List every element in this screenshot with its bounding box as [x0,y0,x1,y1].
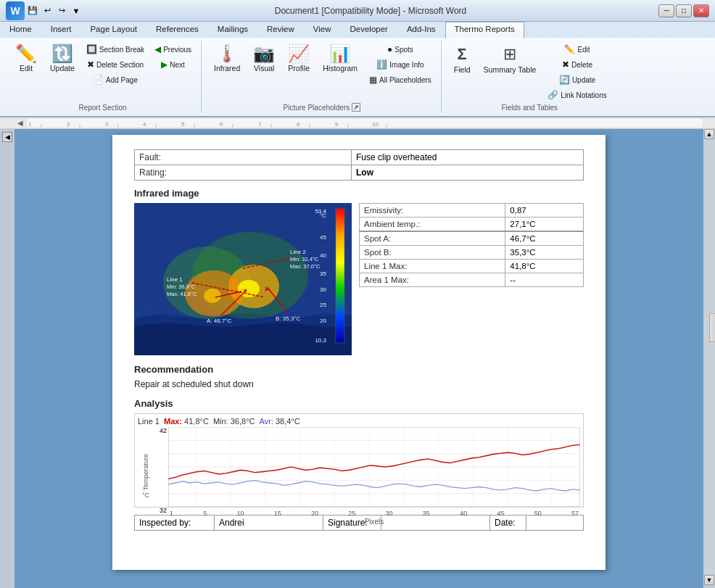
update-button[interactable]: 🔃 Update [45,42,80,75]
summary-table-button[interactable]: ⊞ Summary Table [479,42,542,77]
infrared-button[interactable]: 🌡️ Infrared [209,42,245,75]
y-tick-32: 32 [160,507,167,514]
qat-dropdown[interactable]: ▼ [70,4,83,17]
max-legend: Max: 41,8°C [164,417,209,426]
recommendation-title: Recommendation [134,364,584,375]
svg-text:Min: 32,4°C: Min: 32,4°C [290,256,319,262]
edit-button[interactable]: ✏️ Edit [10,42,42,75]
field-button[interactable]: Σ Field [449,42,476,77]
undo-qat[interactable]: ↩ [41,4,54,17]
section-break-icon: 🔲 [86,44,97,54]
picture-label: Picture Placeholders [284,102,350,112]
redo-qat[interactable]: ↪ [55,4,68,17]
svg-point-28 [204,289,221,303]
tab-developer[interactable]: Developer [340,22,397,38]
fields-col: ✏️ Edit ✖ Delete 🔄 Update 🔗 Link Notatio… [544,42,610,102]
chart-plot-area: 1 5 10 15 20 25 30 35 40 45 50 57 [168,427,580,526]
window-controls: ─ □ ✕ [658,4,709,17]
svg-text:40: 40 [320,252,326,259]
svg-text:4: 4 [143,121,146,128]
line1max-value: 41,8°C [505,260,584,273]
thermal-data-table: Emissivity: 0,87 Ambient temp.: 27,1°C S… [359,203,584,287]
right-scrollbar[interactable]: ▲ ▼ [703,129,715,588]
svg-text:30: 30 [320,286,326,293]
next-icon: ▶ [161,59,168,70]
x-tick-1: 1 [170,510,173,517]
picture-dialog-launcher[interactable]: ↗ [352,103,360,112]
svg-text:20: 20 [320,318,326,324]
report-section-col: 🔲 Section Break ✖ Delete Section 📄 Add P… [83,42,148,87]
add-page-button[interactable]: 📄 Add Page [83,73,148,87]
emissivity-label: Emissivity: [360,204,505,218]
spots-button[interactable]: ● Spots [365,42,435,57]
fields-update-button[interactable]: 🔄 Update [544,73,610,87]
image-info-button[interactable]: ℹ️ Image Info [365,57,435,72]
delete-section-button[interactable]: ✖ Delete Section [83,57,148,72]
y-axis-label: Temperature [142,454,149,491]
fields-edit-button[interactable]: ✏️ Edit [544,42,610,57]
scroll-thumb[interactable] [709,313,715,342]
spotA-label: Spot A: [360,231,505,246]
tab-add-ins[interactable]: Add-Ins [397,22,445,38]
ribbon-group-fields: Σ Field ⊞ Summary Table ✏️ Edit ✖ Delete [443,41,616,113]
link-notations-button[interactable]: 🔗 Link Notations [544,88,610,102]
maximize-button[interactable]: □ [676,4,692,17]
report-section-label: Report Section [78,102,126,112]
fault-label: Fault: [135,150,352,165]
emissivity-value: 0,87 [505,204,584,218]
all-placeholders-icon: ▦ [369,75,377,85]
x-axis-label: Pixels [168,518,580,526]
page: Fault: Fuse clip overheated Rating: Low … [112,135,606,570]
document-area[interactable]: Fault: Fuse clip overheated Rating: Low … [15,129,703,588]
fields-delete-button[interactable]: ✖ Delete [544,57,610,72]
next-button[interactable]: ▶ Next [151,57,195,72]
tab-review[interactable]: Review [257,22,304,38]
ribbon-group-picture: 🌡️ Infrared 📷 Visual 📈 Profile 📊 Histogr… [203,41,442,113]
tab-view[interactable]: View [304,22,341,38]
close-button[interactable]: ✕ [693,4,709,17]
section-break-button[interactable]: 🔲 Section Break [83,42,148,57]
x-tick-15: 15 [274,510,281,517]
svg-text:B: 35,3°C: B: 35,3°C [276,315,301,322]
emissivity-row: Emissivity: 0,87 [360,204,584,218]
window-title: Document1 [Compatibility Mode] - Microso… [83,6,658,16]
svg-text:3: 3 [105,121,109,128]
save-qat[interactable]: 💾 [26,4,39,17]
ambient-value: 27,1°C [505,218,584,232]
visual-button[interactable]: 📷 Visual [248,42,280,75]
link-notations-icon: 🔗 [547,90,558,100]
svg-text:Max: 41,8°C: Max: 41,8°C [167,291,197,297]
scroll-up-button[interactable]: ▲ [704,129,714,139]
profile-button[interactable]: 📈 Profile [283,42,315,75]
svg-rect-0 [27,118,703,128]
previous-button[interactable]: ◀ Previous [151,42,195,57]
tab-thermo-reports[interactable]: Thermo Reports [445,22,524,38]
rating-label: Rating: [135,165,352,181]
tab-home[interactable]: Home [0,22,41,38]
x-tick-50: 50 [534,510,542,517]
spotA-value: 46,7°C [505,231,584,246]
fields-buttons: Σ Field ⊞ Summary Table ✏️ Edit ✖ Delete [449,42,611,102]
svg-text:×: × [243,287,247,295]
analysis-title: Analysis [134,398,584,409]
tab-insert[interactable]: Insert [41,22,81,38]
x-tick-labels: 1 5 10 15 20 25 30 35 40 45 50 57 [168,510,580,517]
scroll-down-button[interactable]: ▼ [704,575,714,585]
chart-svg [168,427,580,507]
line1max-row: Line 1 Max: 41,8°C [360,260,584,273]
add-page-icon: 📄 [93,75,104,85]
svg-text:9: 9 [335,121,339,128]
svg-text:Max: 37,0°C: Max: 37,0°C [290,263,321,270]
y-tick-labels: 42 32 [154,427,168,526]
histogram-button[interactable]: 📊 Histogram [318,42,363,75]
svg-text:8: 8 [297,121,300,128]
tab-page-layout[interactable]: Page Layout [80,22,146,38]
tab-mailings[interactable]: Mailings [208,22,257,38]
spots-icon: ● [387,44,392,54]
minimize-button[interactable]: ─ [658,4,674,17]
tab-references[interactable]: References [146,22,208,38]
previous-icon: ◀ [154,44,161,54]
x-tick-10: 10 [237,510,244,517]
x-tick-45: 45 [497,510,504,517]
all-placeholders-button[interactable]: ▦ All Placeholders [365,73,435,87]
